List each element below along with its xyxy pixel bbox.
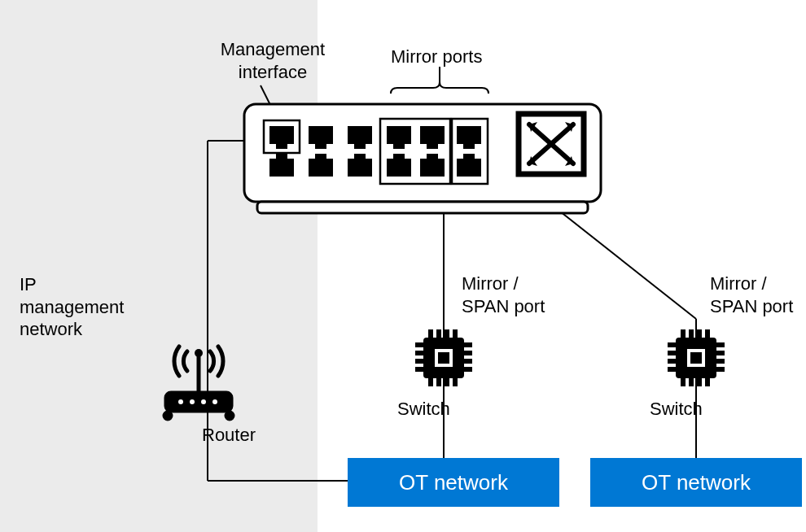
svg-rect-62 <box>668 367 676 372</box>
ot-network-1-label: OT network <box>399 470 508 495</box>
ip-management-network-label: IPmanagementnetwork <box>20 273 124 341</box>
router-label: Router <box>202 424 256 447</box>
ot-network-2-box: OT network <box>590 458 802 507</box>
ot-network-1-box: OT network <box>348 458 559 507</box>
switch-1-label: Switch <box>397 398 450 421</box>
management-interface-label: Managementinterface <box>208 38 338 83</box>
svg-rect-56 <box>689 378 694 386</box>
svg-rect-59 <box>668 342 676 347</box>
svg-rect-52 <box>689 329 694 338</box>
svg-rect-66 <box>716 367 725 372</box>
svg-rect-53 <box>697 329 702 338</box>
svg-rect-51 <box>681 329 686 338</box>
switch-icon-2 <box>0 0 806 532</box>
mirror-span-port-2-label: Mirror /SPAN port <box>710 273 793 317</box>
svg-rect-58 <box>705 378 710 386</box>
mirror-ports-label: Mirror ports <box>391 46 482 68</box>
svg-rect-64 <box>716 351 725 355</box>
switch-2-label: Switch <box>650 398 703 421</box>
svg-rect-65 <box>716 359 725 364</box>
svg-rect-55 <box>681 378 686 386</box>
svg-rect-63 <box>716 342 725 347</box>
svg-rect-57 <box>697 378 702 386</box>
svg-rect-61 <box>668 359 676 364</box>
svg-rect-60 <box>668 351 676 355</box>
svg-rect-50 <box>690 352 702 364</box>
ot-network-2-label: OT network <box>642 470 751 495</box>
svg-rect-54 <box>705 329 710 338</box>
mirror-span-port-1-label: Mirror /SPAN port <box>462 273 545 317</box>
